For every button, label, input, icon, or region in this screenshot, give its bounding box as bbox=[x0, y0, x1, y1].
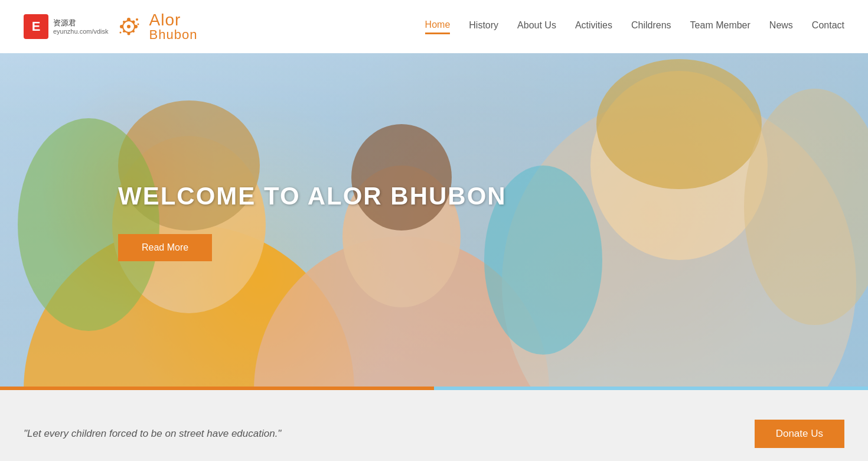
svg-point-11 bbox=[119, 31, 121, 33]
nav-childrens[interactable]: Childrens bbox=[631, 20, 671, 33]
hero-section: WELCOME TO ALOR BHUBON Read More bbox=[0, 0, 868, 390]
logo-cn-name: 资源君 bbox=[53, 18, 109, 28]
svg-point-6 bbox=[123, 30, 125, 33]
dots-decoration-icon bbox=[116, 14, 142, 40]
logo-brand-bottom: Bhubon bbox=[149, 28, 198, 41]
quote-text: "Let every children forced to be on stre… bbox=[24, 428, 281, 440]
nav-home[interactable]: Home bbox=[425, 20, 451, 34]
logo-brand: Alor Bhubon bbox=[149, 12, 198, 41]
svg-point-8 bbox=[123, 21, 125, 23]
main-nav: Home History About Us Activities Childre… bbox=[425, 20, 844, 34]
svg-point-10 bbox=[137, 23, 139, 25]
svg-point-3 bbox=[134, 25, 138, 28]
svg-point-5 bbox=[127, 32, 130, 35]
svg-point-1 bbox=[127, 18, 130, 21]
nav-about-us[interactable]: About Us bbox=[517, 20, 556, 33]
hero-title: WELCOME TO ALOR BHUBON bbox=[118, 182, 868, 210]
hero-content: WELCOME TO ALOR BHUBON Read More bbox=[0, 0, 868, 390]
nav-contact[interactable]: Contact bbox=[812, 20, 844, 33]
logo-e-icon: E bbox=[24, 14, 48, 39]
nav-team-member[interactable]: Team Member bbox=[690, 20, 750, 33]
nav-news[interactable]: News bbox=[769, 20, 793, 33]
donate-button[interactable]: Donate Us bbox=[755, 420, 844, 448]
svg-point-4 bbox=[132, 30, 135, 33]
svg-point-12 bbox=[127, 25, 130, 28]
logo-brand-top: Alor bbox=[149, 12, 198, 28]
logo-url: eyunzhu.com/vdisk bbox=[53, 28, 109, 35]
svg-point-9 bbox=[136, 18, 138, 21]
header: E 资源君 eyunzhu.com/vdisk bbox=[0, 0, 868, 53]
nav-history[interactable]: History bbox=[469, 20, 498, 33]
logo-area: E 资源君 eyunzhu.com/vdisk bbox=[24, 12, 197, 41]
svg-point-7 bbox=[120, 25, 123, 28]
nav-activities[interactable]: Activities bbox=[575, 20, 612, 33]
svg-point-2 bbox=[132, 20, 135, 23]
quote-section: "Let every children forced to be on stre… bbox=[0, 390, 868, 461]
read-more-button[interactable]: Read More bbox=[118, 234, 212, 261]
hero-bottom-bar bbox=[0, 387, 868, 390]
logo-cn-text: 资源君 eyunzhu.com/vdisk bbox=[53, 18, 109, 35]
